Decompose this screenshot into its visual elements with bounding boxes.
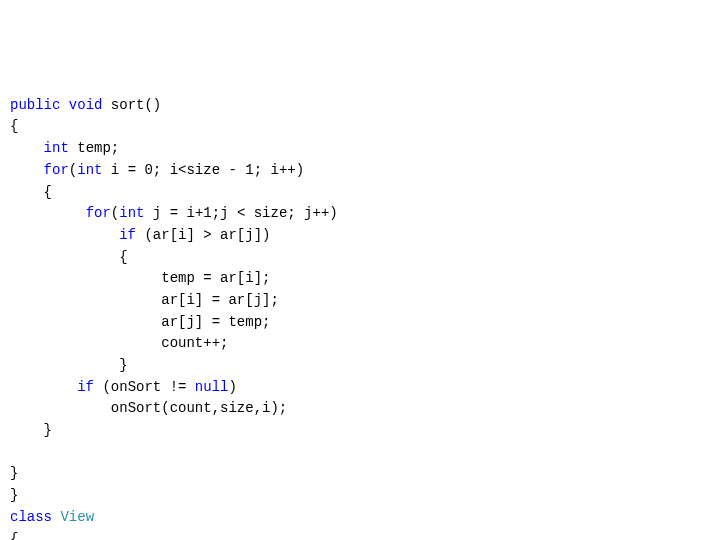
if-condition: (onSort != [94,379,195,395]
line: } [10,422,52,438]
line: class View [10,509,94,525]
keyword-int: int [44,140,69,156]
line: } [10,487,18,503]
line: count++; [10,335,228,351]
line: ar[j] = temp; [10,314,270,330]
for-header: j = i+1;j < size; j++) [144,205,337,221]
keyword-int: int [119,205,144,221]
keyword-public: public [10,97,60,113]
line: if (ar[i] > ar[j]) [10,227,270,243]
keyword-null: null [195,379,229,395]
code-block: public void sort() { int temp; for(int i… [10,95,710,540]
keyword-for: for [86,205,111,221]
keyword-for: for [44,162,69,178]
line: ar[i] = ar[j]; [10,292,279,308]
line: onSort(count,size,i); [10,400,287,416]
method-name: sort() [102,97,161,113]
line: temp = ar[i]; [10,270,270,286]
keyword-int: int [77,162,102,178]
line: } [10,465,18,481]
keyword-if: if [119,227,136,243]
line: if (onSort != null) [10,379,237,395]
call: onSort(count,size,i); [111,400,287,416]
statement: temp = ar[i]; [161,270,270,286]
statement: ar[j] = temp; [161,314,270,330]
keyword-if: if [77,379,94,395]
statement: ar[i] = ar[j]; [161,292,279,308]
line: } [10,357,128,373]
line: for(int j = i+1;j < size; j++) [10,205,338,221]
line: int temp; [10,140,119,156]
keyword-class: class [10,509,52,525]
line: public void sort() [10,97,161,113]
line: for(int i = 0; i<size - 1; i++) [10,162,304,178]
line: { [10,118,18,134]
line: { [10,531,18,541]
line: { [10,184,52,200]
class-name: View [60,509,94,525]
var-decl: temp; [69,140,119,156]
line: { [10,249,128,265]
keyword-void: void [69,97,103,113]
statement: count++; [161,335,228,351]
if-condition: (ar[i] > ar[j]) [136,227,270,243]
for-header: i = 0; i<size - 1; i++) [102,162,304,178]
